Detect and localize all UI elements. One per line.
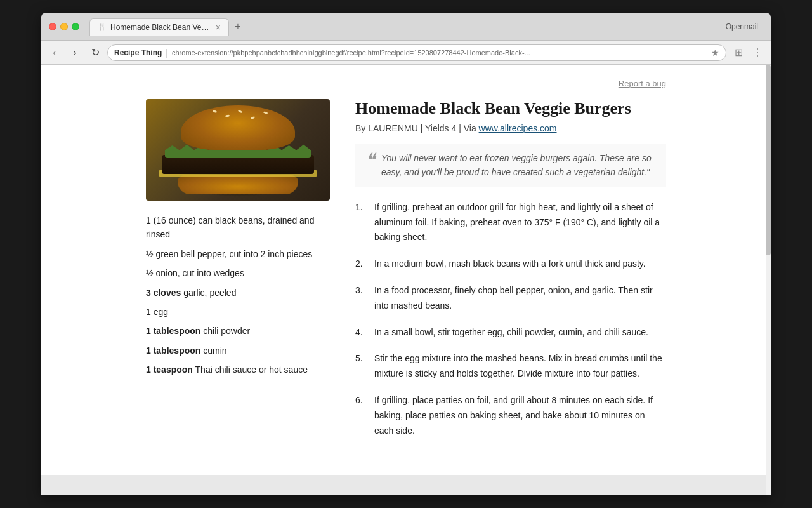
title-bar: 🍴 Homemade Black Bean Veggie... × + Open… [41, 13, 771, 41]
navigation-bar: ‹ › ↻ Recipe Thing | chrome-extension://… [41, 41, 771, 65]
recipe-meta: By LAURENMU | Yields 4 | Via www.allreci… [355, 123, 666, 133]
tab-title: Homemade Black Bean Veggie... [110, 23, 212, 32]
recipe-main: Homemade Black Bean Veggie Burgers By LA… [355, 99, 666, 450]
step-text: In a medium bowl, mash black beans with … [374, 257, 646, 272]
ingredient-bold: 1 tablespoon [146, 326, 200, 336]
tab-close-icon[interactable]: × [216, 23, 221, 32]
page-content-wrapper: Report a bug [41, 65, 771, 495]
active-tab[interactable]: 🍴 Homemade Black Bean Veggie... × [89, 18, 229, 36]
step-text: If grilling, place patties on foil, and … [374, 393, 666, 438]
sesame-seed [213, 110, 218, 113]
sesame-seed [251, 116, 256, 119]
sesame-seed [225, 114, 230, 117]
ingredient-bold: 1 tablespoon [146, 345, 200, 356]
openmail-label: Openmail [721, 20, 763, 34]
burger-bun-bottom [178, 175, 298, 194]
ingredient-bold: 1 teaspoon [146, 364, 193, 375]
recipe-image [146, 99, 330, 201]
maximize-window-button[interactable] [72, 23, 79, 30]
ingredient-item: 1 (16 ounce) can black beans, drained an… [146, 213, 336, 242]
step-text: In a small bowl, stir together egg, chil… [374, 325, 648, 340]
nav-right-buttons: ⊞ ⋮ [730, 44, 766, 61]
recipe-step-1: If grilling, preheat an outdoor grill fo… [355, 200, 666, 245]
ingredient-item: 3 cloves garlic, peeled [146, 286, 336, 300]
step-text: Stir the egg mixture into the mashed bea… [374, 351, 666, 382]
address-separator: | [166, 48, 168, 58]
sesame-seed [263, 111, 268, 114]
ingredient-item: 1 tablespoon cumin [146, 344, 336, 358]
traffic-lights [49, 23, 79, 30]
tab-favicon-icon: 🍴 [98, 23, 107, 31]
recipe-step-4: In a small bowl, stir together egg, chil… [355, 325, 666, 340]
site-name: Recipe Thing [114, 48, 162, 57]
recipe-source-link[interactable]: www.allrecipes.com [479, 123, 557, 133]
address-bar[interactable]: Recipe Thing | chrome-extension://pkbpeh… [107, 44, 726, 61]
recipe-sidebar: 1 (16 ounce) can black beans, drained an… [146, 99, 336, 450]
ingredient-item: ½ onion, cut into wedges [146, 266, 336, 280]
scrollbar-thumb[interactable] [766, 65, 771, 255]
burger-bun-top [181, 105, 295, 150]
recipe-yields: 4 [451, 123, 456, 133]
sesame-seed [238, 109, 243, 113]
page-content: Report a bug [41, 65, 771, 475]
recipe-author: LAURENMU [368, 123, 418, 133]
refresh-button[interactable]: ↻ [87, 44, 103, 61]
quote-mark-icon: ❝ [365, 151, 375, 180]
ingredient-bold: 1 (16 ounce) can black beans, [146, 215, 265, 225]
back-button[interactable]: ‹ [46, 44, 63, 61]
recipe-step-3: In a food processor, finely chop bell pe… [355, 283, 666, 314]
close-window-button[interactable] [49, 23, 56, 30]
extensions-button[interactable]: ⊞ [730, 44, 747, 61]
recipe-steps: If grilling, preheat an outdoor grill fo… [355, 200, 666, 439]
ingredient-item: 1 teaspoon Thai chili sauce or hot sauce [146, 363, 336, 377]
ingredient-item: ½ green bell pepper, cut into 2 inch pie… [146, 247, 336, 261]
new-tab-button[interactable]: + [229, 18, 247, 36]
ingredients-list: 1 (16 ounce) can black beans, drained an… [146, 213, 336, 377]
minimize-window-button[interactable] [60, 23, 68, 30]
menu-button[interactable]: ⋮ [749, 44, 766, 61]
recipe-step-6: If grilling, place patties on foil, and … [355, 393, 666, 438]
recipe-quote: ❝ You will never want to eat frozen vegg… [355, 144, 666, 187]
scrollbar-track[interactable] [766, 65, 771, 495]
ingredient-item: 1 tablespoon chili powder [146, 324, 336, 338]
recipe-quote-text: You will never want to eat frozen veggie… [381, 151, 656, 180]
forward-button[interactable]: › [67, 44, 83, 61]
url-text: chrome-extension://pkbpehpanbcfchadhhchi… [172, 49, 707, 57]
bookmark-star-icon[interactable]: ★ [711, 48, 719, 58]
step-text: If grilling, preheat an outdoor grill fo… [374, 200, 666, 245]
burger-visual [146, 99, 330, 201]
report-bug-container: Report a bug [146, 77, 666, 89]
ingredient-item: 1 egg [146, 305, 336, 319]
page-inner: Report a bug [121, 65, 691, 475]
recipe-step-2: In a medium bowl, mash black beans with … [355, 257, 666, 272]
recipe-title: Homemade Black Bean Veggie Burgers [355, 99, 666, 118]
recipe-layout: 1 (16 ounce) can black beans, drained an… [146, 99, 666, 450]
recipe-step-5: Stir the egg mixture into the mashed bea… [355, 351, 666, 382]
report-bug-link[interactable]: Report a bug [619, 79, 666, 88]
tab-bar: 🍴 Homemade Black Bean Veggie... × + [89, 18, 716, 36]
browser-window: 🍴 Homemade Black Bean Veggie... × + Open… [41, 13, 771, 495]
step-text: In a food processor, finely chop bell pe… [374, 283, 666, 314]
ingredient-bold: 3 cloves [146, 288, 181, 298]
